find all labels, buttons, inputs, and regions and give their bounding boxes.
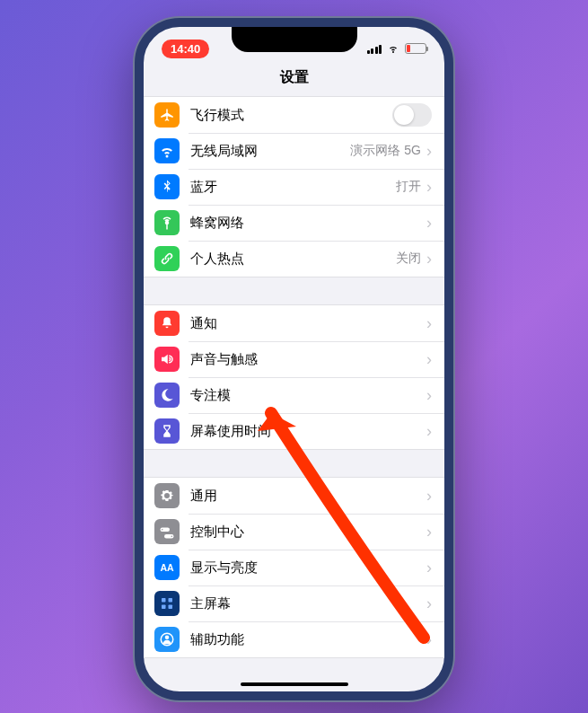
home-indicator[interactable] (241, 682, 348, 686)
row-bluetooth[interactable]: 蓝牙打开› (144, 169, 444, 205)
moon-icon (154, 383, 180, 408)
row-label: 蓝牙 (190, 179, 396, 196)
row-detail: 演示网络 5G (350, 143, 421, 159)
chevron-right-icon: › (426, 215, 432, 231)
row-cellular[interactable]: 蜂窝网络› (144, 205, 444, 241)
grid-icon (154, 591, 180, 616)
chevron-right-icon: › (426, 315, 432, 331)
wifi-status-icon (386, 43, 400, 54)
bluetooth-icon (154, 174, 180, 199)
chevron-right-icon: › (426, 559, 432, 576)
status-time-recording[interactable]: 14:40 (162, 40, 209, 58)
row-control[interactable]: 控制中心› (144, 514, 444, 550)
row-general[interactable]: 通用› (144, 478, 444, 514)
row-label: 主屏幕 (190, 595, 426, 612)
phone-frame: 14:40 设置 飞行模式无线局域网演示网络 5G›蓝牙打开›蜂窝网络›个人热点… (135, 18, 453, 700)
wifi-icon (154, 138, 180, 163)
chevron-right-icon: › (426, 488, 432, 504)
antenna-icon (154, 210, 180, 235)
row-label: 专注模 (190, 387, 426, 404)
row-label: 无线局域网 (190, 143, 350, 160)
row-detail: 关闭 (396, 251, 421, 267)
settings-group: 通知›声音与触感›专注模›屏幕使用时间› (144, 304, 444, 450)
row-wifi[interactable]: 无线局域网演示网络 5G› (144, 133, 444, 169)
row-label: 飞行模式 (190, 107, 392, 124)
row-airplane[interactable]: 飞行模式 (144, 97, 444, 133)
status-icons (367, 43, 427, 54)
chevron-right-icon: › (426, 387, 432, 403)
row-label: 屏幕使用时间 (190, 423, 426, 440)
row-sounds[interactable]: 声音与触感› (144, 341, 444, 377)
cellular-signal-icon (367, 44, 382, 54)
chevron-right-icon: › (426, 423, 432, 439)
gear-icon (154, 483, 180, 508)
airplane-icon (154, 102, 180, 128)
row-notifications[interactable]: 通知› (144, 305, 444, 341)
battery-low-icon (405, 43, 426, 54)
row-label: 蜂窝网络 (190, 215, 426, 232)
row-detail: 打开 (396, 179, 421, 195)
chevron-right-icon: › (426, 351, 432, 367)
row-display[interactable]: 显示与亮度› (144, 550, 444, 585)
settings-group: 飞行模式无线局域网演示网络 5G›蓝牙打开›蜂窝网络›个人热点关闭› (144, 96, 444, 277)
row-accessibility[interactable]: 辅助功能› (144, 621, 444, 657)
chevron-right-icon: › (426, 143, 432, 159)
chevron-right-icon: › (426, 524, 432, 540)
bell-icon (154, 311, 180, 336)
aa-icon (154, 555, 180, 580)
row-focus[interactable]: 专注模› (144, 377, 444, 413)
switches-icon (154, 519, 180, 544)
toggle-airplane[interactable] (392, 103, 432, 127)
row-hotspot[interactable]: 个人热点关闭› (144, 241, 444, 277)
row-label: 显示与亮度 (190, 559, 426, 577)
row-label: 通知 (190, 315, 426, 332)
speaker-icon (154, 347, 180, 372)
row-home[interactable]: 主屏幕› (144, 585, 444, 621)
row-label: 辅助功能 (190, 631, 426, 648)
settings-group: 通用›控制中心›显示与亮度›主屏幕›辅助功能› (144, 477, 444, 658)
hourglass-icon (154, 418, 180, 444)
row-screentime[interactable]: 屏幕使用时间› (144, 413, 444, 449)
row-label: 控制中心 (190, 524, 426, 541)
row-label: 通用 (190, 488, 426, 505)
page-title: 设置 (144, 63, 444, 96)
row-label: 个人热点 (190, 251, 396, 268)
notch (232, 27, 357, 52)
link-icon (154, 246, 180, 271)
row-label: 声音与触感 (190, 351, 426, 368)
chevron-right-icon: › (426, 631, 432, 647)
person-icon (154, 627, 180, 652)
settings-groups: 飞行模式无线局域网演示网络 5G›蓝牙打开›蜂窝网络›个人热点关闭›通知›声音与… (144, 96, 444, 658)
chevron-right-icon: › (426, 595, 432, 612)
chevron-right-icon: › (426, 179, 432, 195)
chevron-right-icon: › (426, 251, 432, 267)
